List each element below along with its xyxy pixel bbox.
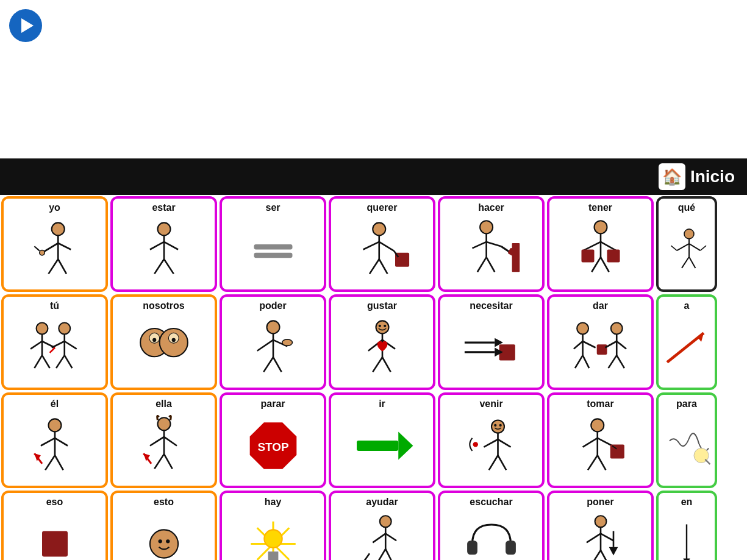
inicio-button[interactable]: 🏠 Inicio	[659, 163, 735, 190]
svg-point-0	[51, 222, 64, 235]
svg-line-43	[677, 244, 689, 250]
cell-label-esto: esto	[154, 497, 174, 508]
cell-hacer[interactable]: hacer	[438, 196, 545, 292]
svg-point-78	[384, 324, 386, 327]
cell-dar[interactable]: dar	[547, 294, 654, 390]
cell-venir[interactable]: venir	[438, 392, 545, 488]
grid-row-2: él ella parar STOP ir	[0, 391, 747, 489]
cell-ser[interactable]: ser	[220, 196, 326, 292]
svg-point-75	[282, 339, 292, 346]
cell-poner[interactable]: poner	[547, 491, 654, 560]
cell-en[interactable]: en	[656, 491, 717, 560]
cell-eso[interactable]: eso	[1, 491, 108, 560]
svg-point-104	[48, 419, 61, 431]
svg-point-67	[171, 338, 175, 342]
cell-label-poner: poner	[587, 497, 613, 508]
cell-poder[interactable]: poder	[220, 294, 326, 390]
cell-tomar[interactable]: tomar	[547, 392, 654, 488]
cell-ella[interactable]: ella	[110, 392, 217, 488]
grid-row-1: tú nosotros poder	[0, 293, 747, 391]
cell-esto[interactable]: esto	[110, 491, 217, 560]
svg-line-163	[362, 553, 370, 560]
cell-label-tener: tener	[588, 202, 612, 213]
svg-line-109	[55, 455, 63, 470]
svg-line-71	[257, 340, 273, 351]
cell-tener[interactable]: tener	[547, 196, 654, 292]
svg-point-166	[595, 516, 606, 527]
svg-line-60	[64, 355, 72, 368]
cell-image-estar	[115, 213, 212, 286]
cell-escuchar[interactable]: escuchar	[438, 491, 545, 560]
cell-el[interactable]: él	[1, 392, 108, 488]
svg-marker-173	[609, 547, 618, 556]
cell-a[interactable]: a	[656, 294, 717, 390]
svg-line-4	[48, 259, 58, 274]
inicio-label: Inicio	[690, 167, 735, 186]
svg-line-128	[484, 439, 498, 447]
svg-line-137	[588, 455, 598, 470]
svg-line-19	[379, 242, 393, 251]
cell-image-el	[6, 409, 103, 482]
cell-label-dar: dar	[593, 300, 608, 311]
grid-row-0: yo estar ser querer	[0, 195, 747, 293]
svg-line-136	[597, 438, 612, 446]
svg-line-93	[575, 355, 583, 368]
cell-label-querer: querer	[367, 202, 398, 213]
cell-ayudar[interactable]: ayudar	[329, 491, 435, 560]
svg-line-170	[592, 550, 601, 560]
svg-rect-164	[467, 541, 477, 555]
svg-point-112	[157, 417, 170, 430]
cell-image-esto	[115, 508, 212, 560]
svg-point-89	[577, 322, 588, 334]
svg-line-47	[671, 246, 677, 250]
svg-point-24	[480, 221, 493, 233]
cell-yo[interactable]: yo	[1, 196, 108, 292]
cell-tu[interactable]: tú	[1, 294, 108, 390]
cell-parar[interactable]: parar STOP	[220, 392, 326, 488]
svg-rect-40	[581, 249, 594, 262]
cell-image-parar: STOP	[224, 409, 321, 482]
cell-necesitar[interactable]: necesitar	[438, 294, 545, 390]
cell-querer[interactable]: querer	[329, 196, 435, 292]
inicio-icon: 🏠	[659, 163, 685, 190]
cell-hay[interactable]: hay	[220, 491, 326, 560]
cell-para[interactable]: para	[656, 392, 717, 488]
cell-image-para	[661, 409, 712, 482]
cell-label-tomar: tomar	[587, 399, 613, 409]
svg-line-61	[49, 347, 54, 352]
cell-image-tu	[6, 311, 103, 384]
svg-point-16	[373, 222, 385, 235]
cell-label-para: para	[676, 399, 697, 409]
play-button[interactable]	[9, 9, 42, 42]
svg-line-10	[149, 242, 163, 250]
svg-line-116	[154, 454, 164, 469]
svg-line-59	[56, 355, 65, 368]
cell-ir[interactable]: ir	[329, 392, 435, 488]
cell-label-ser: ser	[265, 202, 280, 213]
svg-rect-39	[607, 249, 620, 262]
svg-line-100	[608, 355, 617, 368]
cell-que[interactable]: qué	[656, 196, 717, 292]
cell-label-hacer: hacer	[478, 202, 504, 213]
cell-image-en	[661, 508, 712, 560]
cell-image-necesitar	[443, 311, 540, 384]
svg-line-7	[34, 246, 39, 250]
svg-rect-143	[42, 531, 68, 556]
cell-image-hacer	[443, 213, 540, 286]
cell-estar[interactable]: estar	[110, 196, 217, 292]
svg-text:STOP: STOP	[257, 441, 288, 453]
svg-line-135	[582, 438, 597, 447]
svg-line-12	[154, 259, 164, 274]
cell-label-ir: ir	[379, 399, 385, 409]
cell-label-a: a	[684, 300, 690, 311]
cell-nosotros[interactable]: nosotros	[110, 294, 217, 390]
svg-line-36	[601, 242, 617, 251]
cell-label-yo: yo	[49, 202, 60, 213]
cell-image-querer	[334, 213, 431, 286]
svg-point-55	[59, 322, 70, 334]
cell-gustar[interactable]: gustar	[329, 294, 435, 390]
cell-label-venir: venir	[479, 399, 502, 409]
cell-image-tener	[552, 213, 649, 286]
cell-image-ella	[115, 409, 212, 482]
svg-line-107	[55, 438, 68, 446]
